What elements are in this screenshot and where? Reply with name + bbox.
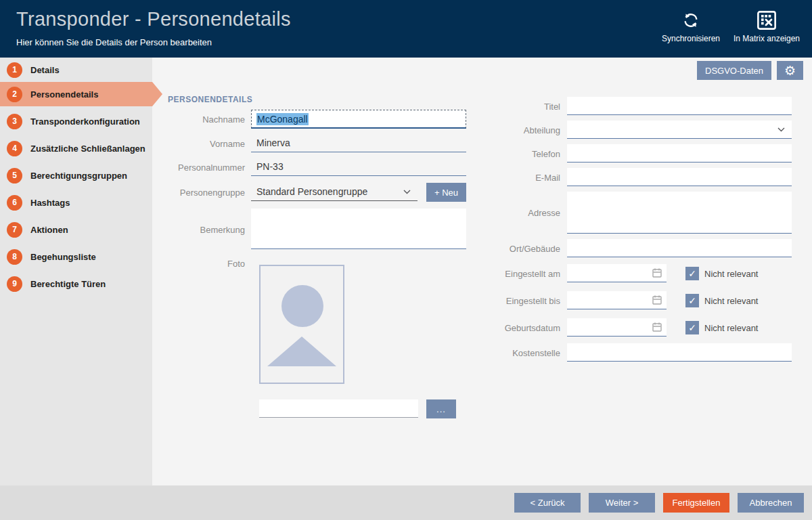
eingestellt-am-nicht-relevant-label: Nicht relevant <box>704 269 758 279</box>
sidebar-item-label: Details <box>30 65 60 75</box>
sidebar-item-transponderkonfiguration[interactable]: 3 Transponderkonfiguration <box>0 109 152 133</box>
personengruppe-label: Personengruppe <box>152 188 245 198</box>
geburtsdatum-date-input[interactable] <box>567 318 667 337</box>
step-number-badge: 1 <box>7 62 22 78</box>
step-number-badge: 7 <box>7 222 22 238</box>
sidebar-item-label: Berechtigungsgruppen <box>30 171 127 181</box>
eingestellt-bis-nicht-relevant-checkbox[interactable] <box>685 294 699 307</box>
personalnummer-input[interactable] <box>251 158 466 176</box>
ort-gebaeude-input[interactable] <box>567 239 792 257</box>
synchronize-label: Synchronisieren <box>662 34 720 43</box>
new-personengruppe-button[interactable]: + Neu <box>426 183 466 202</box>
telefon-input[interactable] <box>567 144 792 162</box>
bemerkung-textarea[interactable] <box>251 209 466 249</box>
chevron-down-icon <box>777 127 785 132</box>
foto-label: Foto <box>152 259 245 269</box>
eingestellt-bis-label: Eingestellt bis <box>467 296 560 306</box>
sidebar-item-berechtigungsgruppen[interactable]: 5 Berechtigungsgruppen <box>0 163 152 188</box>
adresse-textarea[interactable] <box>567 192 792 234</box>
nachname-label: Nachname <box>152 114 245 125</box>
sidebar-item-label: Begehungsliste <box>30 252 96 262</box>
show-in-matrix-button[interactable]: In Matrix anzeigen <box>723 8 811 43</box>
wizard-step-sidebar: 1 Details 2 Personendetails 3 Transponde… <box>0 58 152 485</box>
sidebar-item-label: Personendetails <box>30 89 98 100</box>
sidebar-item-begehungsliste[interactable]: 8 Begehungsliste <box>0 244 152 269</box>
page-subtitle: Hier können Sie die Details der Person b… <box>16 37 212 47</box>
eingestellt-am-nicht-relevant-checkbox[interactable] <box>685 267 699 280</box>
step-number-badge: 6 <box>7 195 22 211</box>
back-button[interactable]: < Zurück <box>514 493 581 513</box>
geburtsdatum-nicht-relevant-label: Nicht relevant <box>704 323 758 333</box>
sidebar-item-label: Hashtags <box>30 198 70 208</box>
gear-icon: ⚙ <box>784 63 796 78</box>
nachname-input[interactable]: McGonagall <box>251 110 466 129</box>
page-title: Transponder - Personendetails <box>16 8 291 30</box>
calendar-icon[interactable] <box>652 295 662 305</box>
next-button[interactable]: Weiter > <box>589 493 655 513</box>
sidebar-item-berechtigte-tueren[interactable]: 9 Berechtigte Türen <box>0 272 152 296</box>
person-silhouette-icon <box>281 285 323 327</box>
email-input[interactable] <box>567 168 792 186</box>
eingestellt-bis-date-input[interactable] <box>567 291 667 309</box>
cancel-button[interactable]: Abbrechen <box>738 493 804 513</box>
sidebar-item-details[interactable]: 1 Details <box>0 58 152 82</box>
sidebar-item-personendetails[interactable]: 2 Personendetails <box>0 82 152 106</box>
sidebar-item-zusaetzliche-schliessanlagen[interactable]: 4 Zusätzliche Schließanlagen <box>0 136 152 160</box>
abteilung-label: Abteilung <box>467 125 560 135</box>
finish-button[interactable]: Fertigstellen <box>663 493 729 513</box>
show-in-matrix-label: In Matrix anzeigen <box>734 34 800 43</box>
sidebar-item-label: Zusätzliche Schließanlagen <box>30 144 145 154</box>
sidebar-item-label: Transponderkonfiguration <box>30 116 140 127</box>
browse-photo-button[interactable]: ... <box>426 399 456 418</box>
geburtsdatum-label: Geburtsdatum <box>467 323 560 333</box>
sidebar-item-label: Berechtigte Türen <box>30 279 106 289</box>
step-number-badge: 5 <box>7 168 22 183</box>
synchronize-button[interactable]: Synchronisieren <box>647 8 735 43</box>
transponder-personendetails-window: Transponder - Personendetails Hier könne… <box>0 0 812 520</box>
section-title-personendetails: PERSONENDETAILS <box>168 95 252 104</box>
eingestellt-am-label: Eingestellt am <box>467 269 560 279</box>
kostenstelle-input[interactable] <box>567 343 792 362</box>
person-silhouette-shoulders <box>267 337 336 366</box>
abteilung-select[interactable] <box>567 121 792 139</box>
step-number-badge: 3 <box>7 114 22 129</box>
geburtsdatum-nicht-relevant-checkbox[interactable] <box>685 321 699 334</box>
matrix-icon <box>757 8 777 32</box>
vorname-input[interactable] <box>251 134 466 152</box>
telefon-label: Telefon <box>467 149 560 159</box>
ort-gebaeude-label: Ort/Gebäude <box>467 244 560 254</box>
personengruppe-selected-value: Standard Personengruppe <box>256 186 367 197</box>
sidebar-item-label: Aktionen <box>30 225 68 235</box>
photo-placeholder[interactable] <box>259 265 344 384</box>
chevron-down-icon <box>403 190 411 194</box>
calendar-icon[interactable] <box>652 267 662 278</box>
header-bar: Transponder - Personendetails Hier könne… <box>0 0 812 58</box>
step-number-badge: 8 <box>7 249 22 265</box>
dsgvo-data-button[interactable]: DSGVO-Daten <box>697 61 771 80</box>
email-label: E-Mail <box>467 173 560 183</box>
kostenstelle-label: Kostenstelle <box>467 348 560 358</box>
titel-label: Titel <box>467 102 560 112</box>
adresse-label: Adresse <box>467 208 560 218</box>
step-number-badge: 9 <box>7 276 22 292</box>
nachname-selected-text: McGonagall <box>256 113 309 125</box>
step-number-badge: 2 <box>7 87 22 102</box>
bemerkung-label: Bemerkung <box>152 225 245 235</box>
personalnummer-label: Personalnummer <box>152 162 245 173</box>
personengruppe-select[interactable]: Standard Personengruppe <box>251 183 418 201</box>
photo-path-input[interactable] <box>259 399 418 418</box>
settings-gear-button[interactable]: ⚙ <box>777 61 803 80</box>
calendar-icon[interactable] <box>652 322 662 332</box>
sidebar-item-hashtags[interactable]: 6 Hashtags <box>0 190 152 215</box>
eingestellt-am-date-input[interactable] <box>567 264 667 282</box>
sync-icon <box>681 8 701 32</box>
vorname-label: Vorname <box>152 139 245 149</box>
sidebar-item-aktionen[interactable]: 7 Aktionen <box>0 217 152 242</box>
eingestellt-bis-nicht-relevant-label: Nicht relevant <box>704 296 758 306</box>
step-number-badge: 4 <box>7 141 22 156</box>
titel-input[interactable] <box>567 97 792 115</box>
